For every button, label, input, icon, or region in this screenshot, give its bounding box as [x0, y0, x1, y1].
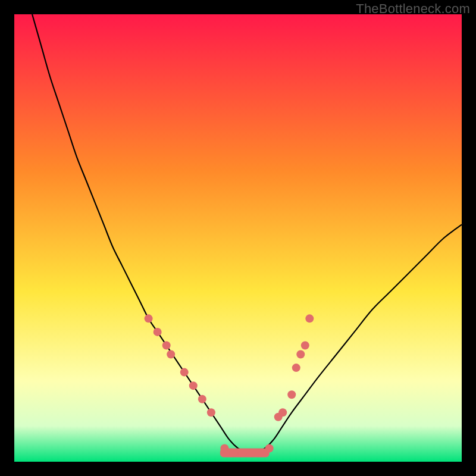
sample-dot — [198, 395, 206, 403]
sample-dot — [189, 381, 198, 390]
sample-dot — [305, 314, 314, 322]
chart-svg — [14, 14, 462, 462]
sample-dot — [207, 408, 215, 416]
sample-dot — [180, 368, 189, 377]
sample-dot — [265, 444, 274, 452]
sample-dot — [292, 364, 300, 372]
sample-dot — [287, 390, 296, 399]
chart-frame — [14, 14, 462, 462]
sample-dot — [162, 341, 171, 349]
sample-dot — [154, 328, 162, 336]
watermark-text: TheBottleneck.com — [356, 1, 470, 17]
sample-dot — [145, 314, 153, 322]
sample-dot — [248, 449, 256, 457]
gradient-background — [14, 14, 462, 462]
sample-dot — [167, 350, 175, 359]
sample-dot — [229, 449, 237, 457]
sample-dot — [220, 444, 228, 452]
sample-dot — [301, 341, 309, 349]
sample-dot — [296, 350, 305, 359]
sample-dot — [278, 408, 287, 416]
sample-dot — [256, 449, 265, 457]
sample-dot — [239, 449, 247, 457]
